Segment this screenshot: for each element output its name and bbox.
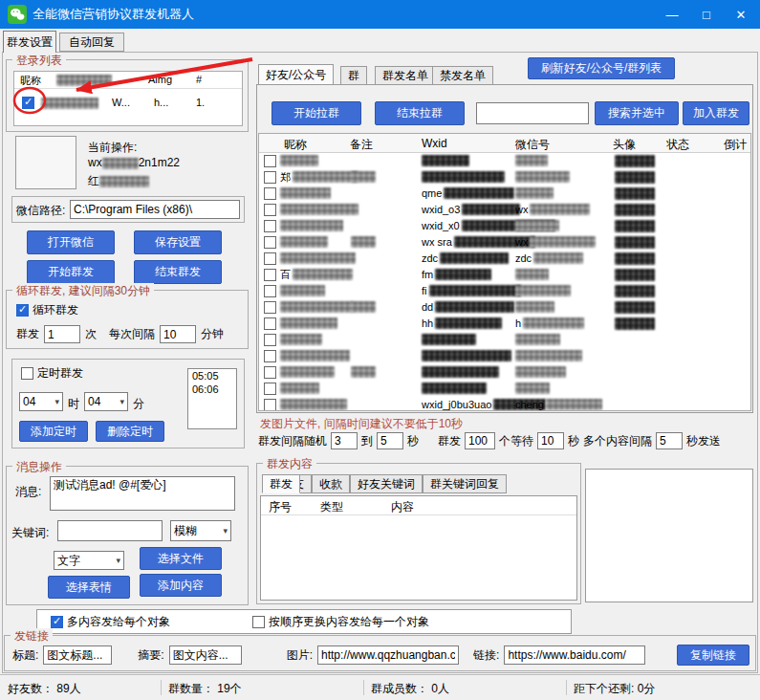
content-type-select[interactable]: 文字▾ bbox=[54, 551, 124, 570]
search-input[interactable] bbox=[476, 102, 589, 124]
friends-table[interactable]: 昵称 备注 Wxid 微信号 头像 状态 倒计 郑qmewxid_o3wxwxi… bbox=[258, 133, 751, 411]
timer-send-checkbox-label: 定时群发 bbox=[37, 365, 83, 382]
timer-time-item[interactable]: 06:06 bbox=[188, 383, 236, 396]
friend-row-checkbox[interactable] bbox=[264, 269, 276, 281]
friend-row-checkbox[interactable] bbox=[264, 334, 276, 346]
add-timer-button[interactable]: 添加定时 bbox=[19, 421, 88, 442]
start-pull-group-button[interactable]: 开始拉群 bbox=[271, 101, 361, 125]
copy-link-button[interactable]: 复制链接 bbox=[677, 645, 749, 666]
multi-interval-input[interactable] bbox=[656, 432, 683, 449]
tab-content-send[interactable]: 群发 bbox=[262, 474, 300, 493]
tab-content-payment[interactable]: 收款 bbox=[312, 474, 350, 493]
multi-content-checkbox[interactable] bbox=[51, 616, 63, 628]
friend-table-row[interactable] bbox=[259, 332, 750, 348]
open-wechat-button[interactable]: 打开微信 bbox=[27, 230, 115, 254]
remove-timer-button[interactable]: 删除定时 bbox=[96, 421, 164, 442]
friend-table-row[interactable]: fi bbox=[259, 283, 750, 299]
multi-content-option[interactable]: 多内容发给每个对象 bbox=[51, 614, 170, 630]
sequential-checkbox[interactable] bbox=[252, 616, 265, 628]
friend-row-checkbox[interactable] bbox=[264, 236, 276, 249]
friend-table-row[interactable]: hhh bbox=[259, 316, 750, 332]
friend-row-checkbox[interactable] bbox=[264, 187, 276, 200]
friend-table-row[interactable]: zdczdc bbox=[259, 251, 750, 267]
loop-send-checkbox-row[interactable]: 循环群发 bbox=[16, 302, 78, 318]
wait-seconds-input[interactable] bbox=[537, 432, 564, 449]
timer-minute-select[interactable]: 04▾ bbox=[84, 392, 128, 411]
friend-row-checkbox[interactable] bbox=[264, 350, 276, 362]
link-title-input[interactable] bbox=[43, 645, 112, 665]
friend-table-row[interactable] bbox=[259, 364, 750, 381]
login-account-checkbox[interactable] bbox=[22, 97, 34, 109]
tab-mass-send-settings[interactable]: 群发设置 bbox=[3, 31, 56, 53]
friend-table-row[interactable]: wx srawx bbox=[259, 234, 750, 251]
select-file-button[interactable]: 选择文件 bbox=[140, 547, 222, 570]
redacted-text bbox=[280, 187, 331, 199]
batch-count-input[interactable] bbox=[465, 432, 495, 449]
refresh-list-button[interactable]: 刷新好友/公众号/群列表 bbox=[528, 57, 675, 79]
select-emoji-button[interactable]: 选择表情 bbox=[48, 576, 130, 599]
wechat-path-input[interactable] bbox=[70, 200, 240, 219]
link-image-input[interactable] bbox=[317, 645, 459, 665]
tab-ban-list[interactable]: 禁发名单 bbox=[432, 66, 493, 85]
add-content-button[interactable]: 添加内容 bbox=[140, 574, 222, 597]
minimize-button[interactable]: — bbox=[655, 0, 689, 29]
friend-row-checkbox[interactable] bbox=[264, 252, 276, 265]
loop-send-checkbox[interactable] bbox=[16, 304, 29, 317]
tab-content-friend-keyword[interactable]: 好友关键词 bbox=[350, 474, 423, 493]
keyword-input[interactable] bbox=[57, 520, 163, 541]
match-mode-select[interactable]: 模糊▾ bbox=[170, 520, 231, 541]
tab-content-group-keyword-reply[interactable]: 群关键词回复 bbox=[423, 474, 507, 493]
friend-row-checkbox[interactable] bbox=[264, 204, 276, 216]
friend-row-checkbox[interactable] bbox=[264, 317, 276, 330]
friend-table-row[interactable]: 郑 bbox=[259, 169, 750, 186]
stop-mass-send-button[interactable]: 结束群发 bbox=[134, 260, 222, 284]
friend-table-row[interactable]: dd bbox=[259, 299, 750, 316]
sequential-option[interactable]: 按顺序更换内容发给每一个对象 bbox=[252, 614, 429, 630]
interval-from-input[interactable] bbox=[331, 432, 358, 449]
link-url-input[interactable] bbox=[504, 645, 645, 665]
tab-auto-reply[interactable]: 自动回复 bbox=[59, 33, 124, 52]
friend-row-checkbox[interactable] bbox=[264, 301, 276, 314]
friend-table-row[interactable]: wxid_x0 bbox=[259, 218, 750, 234]
friend-row-checkbox[interactable] bbox=[264, 155, 276, 167]
join-send-button[interactable]: 加入群发 bbox=[683, 101, 749, 125]
content-table[interactable]: 序号 类型 内容 bbox=[260, 495, 577, 601]
timer-time-list[interactable]: 05:0506:06 bbox=[187, 368, 237, 429]
tab-friends-official[interactable]: 好友/公众号 bbox=[258, 64, 334, 85]
friend-table-row[interactable]: wxid_j0bu3uaocheng bbox=[259, 397, 750, 411]
redacted-text bbox=[293, 171, 358, 183]
friend-table-row[interactable] bbox=[259, 381, 750, 397]
friend-table-row[interactable] bbox=[259, 348, 750, 364]
friend-row-checkbox[interactable] bbox=[264, 220, 276, 232]
start-mass-send-button[interactable]: 开始群发 bbox=[27, 260, 115, 284]
close-button[interactable]: ✕ bbox=[724, 0, 758, 29]
maximize-button[interactable]: □ bbox=[689, 0, 724, 29]
timer-time-item[interactable]: 05:05 bbox=[188, 369, 236, 383]
statusbar-divider bbox=[566, 680, 567, 695]
timer-send-checkbox[interactable] bbox=[21, 367, 33, 380]
end-pull-group-button[interactable]: 结束拉群 bbox=[375, 101, 465, 125]
search-select-button[interactable]: 搜索并选中 bbox=[595, 101, 679, 125]
timer-hour-select[interactable]: 04▾ bbox=[19, 392, 63, 411]
tab-send-list[interactable]: 群发名单 bbox=[375, 66, 436, 85]
loop-interval-input[interactable] bbox=[160, 325, 196, 343]
friend-row-checkbox[interactable] bbox=[264, 171, 276, 184]
link-summary-input[interactable] bbox=[169, 645, 242, 665]
friend-row-checkbox[interactable] bbox=[264, 399, 276, 411]
message-textarea[interactable]: 测试消息ad! @#[爱心] bbox=[50, 476, 235, 511]
redacted-text bbox=[422, 383, 487, 394]
friend-table-row[interactable]: 百fm bbox=[259, 267, 750, 283]
friend-row-checkbox[interactable] bbox=[264, 285, 276, 297]
friend-cell bbox=[280, 284, 325, 297]
friend-table-row[interactable]: wxid_o3wx bbox=[259, 202, 750, 218]
friend-table-row[interactable]: qme bbox=[259, 186, 750, 202]
tab-groups[interactable]: 群 bbox=[340, 66, 367, 85]
timer-send-checkbox-row[interactable]: 定时群发 bbox=[21, 365, 83, 382]
friend-row-checkbox[interactable] bbox=[264, 383, 276, 395]
friend-row-checkbox[interactable] bbox=[264, 366, 276, 379]
interval-to-input[interactable] bbox=[377, 432, 403, 449]
save-settings-button[interactable]: 保存设置 bbox=[134, 230, 222, 254]
send-times-input[interactable] bbox=[44, 325, 80, 343]
login-list[interactable]: 昵称 Almg # W... h... 1. bbox=[13, 71, 243, 126]
friend-table-row[interactable] bbox=[259, 153, 750, 169]
